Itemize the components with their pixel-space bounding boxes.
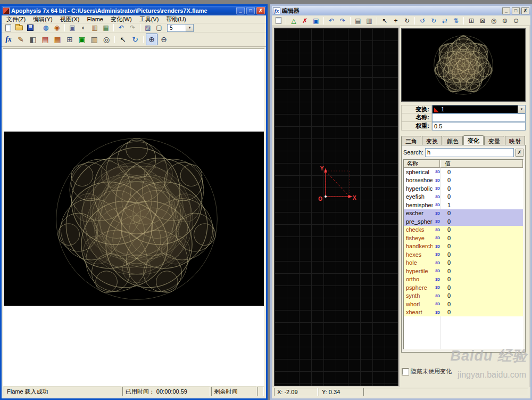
- variation-value[interactable]: 0: [440, 177, 451, 183]
- variation-value[interactable]: 0: [440, 226, 451, 233]
- variation-value[interactable]: 0: [440, 243, 451, 249]
- variation-row-handkerchief[interactable]: handkerchief3D0: [404, 242, 523, 251]
- editor-maximize-button[interactable]: □: [512, 7, 520, 14]
- duplicate-transform-icon[interactable]: ▣: [311, 17, 321, 25]
- variation-value[interactable]: 0: [440, 251, 451, 258]
- menu-item-4[interactable]: 变化(W): [107, 15, 136, 23]
- toggle-grid-icon[interactable]: ⊞: [466, 17, 477, 25]
- dropdown-arrow-icon[interactable]: ▼: [186, 25, 193, 31]
- variation-search-input[interactable]: [425, 148, 514, 157]
- adjustment-icon[interactable]: ◐: [78, 23, 89, 32]
- variation-row-escher[interactable]: escher3D0: [404, 209, 523, 218]
- column-header-value[interactable]: 值: [440, 160, 523, 168]
- variation-row-hyperbolic[interactable]: hyperbolic3D0: [404, 184, 523, 193]
- tab-变换[interactable]: 变换: [422, 136, 442, 145]
- render-to-disk-icon[interactable]: ▨: [143, 23, 153, 32]
- hide-unused-checkbox[interactable]: [402, 369, 409, 375]
- render-flame-icon[interactable]: ◍: [40, 23, 51, 32]
- mutation-icon[interactable]: ▦: [101, 23, 111, 32]
- menu-item-3[interactable]: Flame: [83, 15, 107, 23]
- transform-weight-input[interactable]: [432, 122, 526, 130]
- summarize-fx-icon[interactable]: fx: [3, 34, 14, 45]
- redo-icon[interactable]: ↷: [337, 17, 348, 25]
- gradient-browser-icon[interactable]: ▥: [89, 23, 100, 32]
- variation-value[interactable]: 0: [440, 284, 451, 291]
- transform-select[interactable]: 1 ▼: [432, 105, 526, 113]
- variation-row-synth[interactable]: synth3D0: [404, 292, 523, 300]
- hypotenuse-line[interactable]: [326, 171, 350, 197]
- variation-row-xheart[interactable]: xheart3D0: [404, 308, 523, 317]
- variation-value[interactable]: 0: [440, 218, 451, 225]
- variation-row-whorl[interactable]: whorl3D0: [404, 300, 523, 308]
- snapshot-icon[interactable]: ▥: [88, 34, 100, 45]
- rotate-left-icon[interactable]: ↺: [417, 17, 428, 25]
- variation-row-spherical[interactable]: spherical3D0: [404, 168, 523, 176]
- vertex-y-handle[interactable]: [325, 170, 327, 172]
- options-icon[interactable]: ◎: [101, 34, 112, 45]
- menu-item-6[interactable]: 帮助(U): [162, 15, 189, 23]
- select-tool-icon[interactable]: ↖: [379, 17, 390, 25]
- menu-item-2[interactable]: 视图(X): [56, 15, 84, 23]
- transform-edit-canvas[interactable]: Y X O: [274, 28, 398, 386]
- variation-row-hexes[interactable]: hexes3D0: [404, 250, 523, 259]
- variation-value[interactable]: 0: [440, 169, 451, 175]
- variation-value[interactable]: 1: [440, 202, 451, 208]
- vertex-o-handle[interactable]: [325, 195, 327, 198]
- variation-value[interactable]: 0: [440, 292, 451, 299]
- variation-row-eyefish[interactable]: eyefish3D0: [404, 193, 523, 201]
- fullscreen-icon[interactable]: ▢: [154, 23, 164, 32]
- zoom-to-fit-icon[interactable]: ◎: [488, 17, 499, 25]
- minimize-button[interactable]: _: [236, 7, 245, 14]
- column-header-name[interactable]: 名称: [404, 160, 440, 168]
- main-window-titlebar[interactable]: Apophysis 7x 64 bit - C:\Users\Administr…: [2, 6, 266, 15]
- variation-value[interactable]: 0: [440, 268, 451, 274]
- move-tool-icon[interactable]: +: [390, 17, 401, 25]
- transform-triangle[interactable]: Y X O: [275, 28, 399, 387]
- drag-mode-icon[interactable]: ↖: [117, 34, 129, 45]
- variation-row-fisheye[interactable]: fisheye3D0: [404, 234, 523, 242]
- variation-value[interactable]: 0: [440, 301, 451, 307]
- vertex-x-handle[interactable]: [349, 196, 351, 198]
- editor-close-button[interactable]: ✗: [521, 7, 529, 14]
- menu-item-1[interactable]: 编辑(Y): [29, 15, 56, 23]
- tab-变化[interactable]: 变化: [463, 135, 484, 145]
- save-flame-icon[interactable]: [25, 23, 36, 32]
- copy-transform-icon[interactable]: ▤: [353, 17, 363, 25]
- editor-icon[interactable]: ▣: [67, 23, 78, 32]
- new-blank-flame-icon[interactable]: [273, 17, 284, 25]
- variation-value[interactable]: 0: [440, 259, 451, 266]
- duplicate-flame-icon[interactable]: ▣: [76, 34, 88, 45]
- canvas-size-icon[interactable]: ⊞: [64, 34, 76, 45]
- editor-pencil-icon[interactable]: ✎: [15, 34, 27, 45]
- open-flame-icon[interactable]: [14, 23, 24, 32]
- variation-row-horseshoe[interactable]: horseshoe3D0: [404, 176, 523, 185]
- variation-row-ortho[interactable]: ortho3D0: [404, 275, 523, 284]
- variation-value[interactable]: 0: [440, 276, 451, 282]
- variation-value[interactable]: 0: [440, 210, 451, 216]
- undo-icon[interactable]: ↶: [326, 17, 337, 25]
- quality-dropdown[interactable]: 5 ▼: [167, 24, 194, 32]
- menu-item-0[interactable]: 文件(Z): [3, 15, 29, 23]
- close-button[interactable]: ✗: [256, 7, 265, 14]
- tab-三角[interactable]: 三角: [401, 136, 421, 145]
- transform-name-input[interactable]: [432, 113, 526, 122]
- rotate-right-icon[interactable]: ↻: [428, 17, 439, 25]
- editor-titlebar[interactable]: fx 编辑器 _ □ ✗: [272, 6, 530, 15]
- zoom-in-icon[interactable]: ⊕: [500, 17, 510, 25]
- variation-row-checks[interactable]: checks3D0: [404, 226, 523, 234]
- new-flame-icon[interactable]: [3, 23, 13, 32]
- paste-transform-icon[interactable]: ▥: [364, 17, 375, 25]
- tab-颜色[interactable]: 颜色: [443, 136, 463, 145]
- variation-row-pre_spherical[interactable]: pre_spherical3D0: [404, 217, 523, 226]
- snap-to-grid-icon[interactable]: ⊠: [477, 17, 488, 25]
- variation-value[interactable]: 0: [440, 235, 451, 241]
- variation-value[interactable]: 0: [440, 193, 451, 200]
- flip-vertical-icon[interactable]: ⇅: [451, 17, 461, 25]
- maximize-button[interactable]: □: [246, 7, 255, 14]
- variation-row-hole[interactable]: hole3D0: [404, 259, 523, 267]
- render-all-icon[interactable]: ◉: [52, 23, 62, 32]
- refresh-preview-icon[interactable]: ↻: [129, 34, 141, 45]
- add-transform-icon[interactable]: △: [288, 17, 299, 25]
- clear-search-button[interactable]: ✗: [516, 149, 523, 157]
- variation-row-hemisphere[interactable]: hemisphere3D1: [404, 201, 523, 209]
